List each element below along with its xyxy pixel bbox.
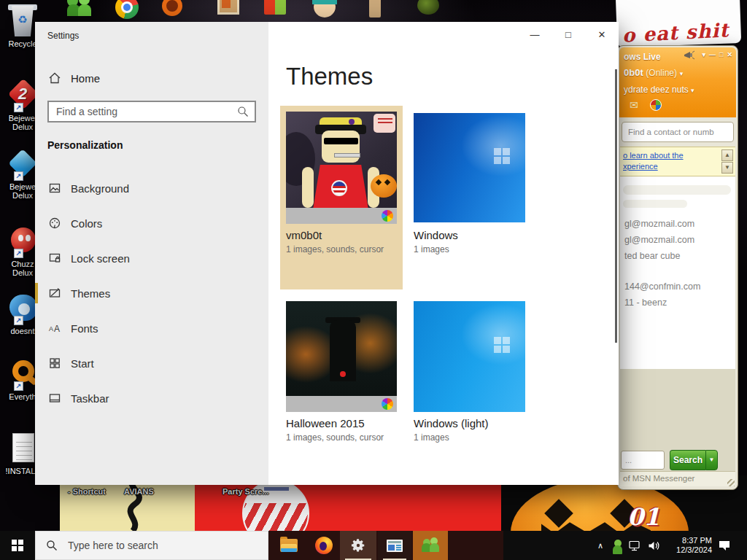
presence-dropdown-icon[interactable]: ▾ xyxy=(680,70,684,77)
taskbar-messenger[interactable] xyxy=(413,531,448,560)
buddies-icon[interactable] xyxy=(67,0,95,20)
contact-item[interactable]: gl@mozmail.com xyxy=(624,235,694,245)
banner-scroll-up-icon[interactable]: ▲ xyxy=(721,149,733,161)
search-button[interactable]: Search xyxy=(670,450,705,470)
taskbar-firefox[interactable] xyxy=(308,531,340,560)
messenger-status-row[interactable]: ydrate deez nuts ▾ xyxy=(624,85,694,95)
windows-logo-icon xyxy=(494,337,510,353)
sidebar-item-taskbar[interactable]: Taskbar xyxy=(35,381,268,416)
theme-thumbnail xyxy=(286,301,397,412)
banner-link-line2[interactable]: xperience xyxy=(623,162,658,171)
tray-chevron-icon[interactable]: ∧ xyxy=(592,531,608,560)
window-title: Settings xyxy=(47,31,79,41)
settings-search-box[interactable] xyxy=(47,101,256,122)
figure-shape-icon xyxy=(369,0,381,18)
messenger-contact-search[interactable] xyxy=(622,122,734,142)
web-search-input[interactable] xyxy=(621,451,665,470)
sidebar-item-colors[interactable]: Colors xyxy=(35,206,268,241)
tray-network-icon[interactable] xyxy=(626,531,643,560)
theme-card-halloween[interactable]: Halloween 2015 1 images, sounds, cursor xyxy=(280,295,403,463)
diamond-icon: ↗ xyxy=(7,147,39,181)
magnifier-ring-icon: ↗ xyxy=(7,357,39,391)
flag-app-icon[interactable] xyxy=(264,0,292,20)
sidebar-item-fonts[interactable]: A A Fonts xyxy=(35,311,268,346)
figure-icon[interactable] xyxy=(369,0,397,20)
taskbar-app-window[interactable] xyxy=(378,531,411,560)
status-dropdown-icon[interactable]: ▾ xyxy=(691,87,694,94)
resize-grip[interactable] xyxy=(727,479,735,486)
theme-card-windows-light[interactable]: Windows (light) 1 images xyxy=(408,295,530,463)
maximize-button[interactable]: □ xyxy=(551,22,585,47)
banner-scroll-down-icon[interactable]: ▼ xyxy=(721,162,733,174)
contact-list-placeholder xyxy=(623,185,731,195)
sidebar-item-start[interactable]: Start xyxy=(35,346,268,381)
messenger-menu-button[interactable]: ▾ xyxy=(702,51,705,58)
contact-search-input[interactable] xyxy=(627,127,729,137)
theme-name: Windows xyxy=(414,229,458,241)
theme-thumbnail xyxy=(286,112,397,224)
contact-item[interactable]: 11 - beenz xyxy=(624,298,667,308)
desktop-icon-shortcut-label[interactable]: - Shortcut xyxy=(68,487,106,496)
green-thing-icon[interactable] xyxy=(417,0,445,20)
desktop-icon-party-label[interactable]: Party Scre... xyxy=(222,487,269,496)
tray-clock[interactable]: 8:37 PM 12/3/2024 xyxy=(661,531,712,560)
document-icon xyxy=(7,432,39,465)
sidebar-item-label: Taskbar xyxy=(71,392,109,405)
gear-icon xyxy=(350,537,366,553)
background-icon xyxy=(48,182,61,195)
taskbar-search-input[interactable] xyxy=(66,539,237,552)
settings-search-input[interactable] xyxy=(55,105,237,118)
sidebar-item-label: Fonts xyxy=(71,322,98,335)
sidebar-item-background[interactable]: Background xyxy=(35,171,268,206)
shortcut-arrow-icon: ↗ xyxy=(14,249,23,258)
tray-volume-icon[interactable] xyxy=(645,531,662,560)
sidebar-item-themes[interactable]: Themes xyxy=(35,276,268,311)
messenger-username: 0b0t xyxy=(624,67,643,78)
scrollbar[interactable] xyxy=(615,69,617,343)
messenger-close-button[interactable]: ✕ xyxy=(727,51,732,58)
theme-card-windows[interactable]: Windows 1 images xyxy=(408,106,530,289)
messenger-maximize-button[interactable]: □ xyxy=(719,51,723,58)
theme-meta: 1 images xyxy=(414,432,449,443)
green-blob-icon xyxy=(417,0,439,15)
contact-item[interactable]: 144@confmin.com xyxy=(624,281,700,292)
theme-card-vm0b0t[interactable]: vm0b0t 1 images, sounds, cursor xyxy=(280,106,403,289)
sidebar-item-label: Home xyxy=(71,72,100,85)
email-icon[interactable]: ✉ xyxy=(630,99,638,111)
recycle-symbol-icon: ♻ xyxy=(7,13,39,26)
settings-nav: Background Colors xyxy=(35,171,268,416)
taskbar-search[interactable] xyxy=(35,531,268,560)
bird-belly-icon xyxy=(18,303,30,315)
recycle-bin-icon: ♻ xyxy=(7,4,39,38)
close-button[interactable]: ✕ xyxy=(585,22,619,47)
sidebar-item-home[interactable]: Home xyxy=(48,67,100,89)
messenger-minimize-button[interactable]: — xyxy=(709,51,716,58)
buddy-icon xyxy=(612,539,624,552)
action-center-icon[interactable] xyxy=(715,531,734,560)
desktop-icon-avians-label[interactable]: AVIANS xyxy=(124,487,154,496)
anime-avatar-icon[interactable] xyxy=(314,0,341,20)
contact-item[interactable]: ted bear cube xyxy=(624,251,680,261)
fonts-icon: A A xyxy=(48,322,61,335)
chuzzle-icon: ↗ xyxy=(7,225,39,258)
browser-swirl-icon[interactable] xyxy=(162,0,190,20)
search-icon xyxy=(237,106,249,117)
msn-service-icon[interactable] xyxy=(650,99,662,111)
screen: o eat shit 01 xyxy=(0,0,747,560)
bejeweled2-icon: 2 ↗ xyxy=(7,79,39,112)
tray-messenger-icon[interactable] xyxy=(610,531,626,560)
contact-item[interactable]: gl@mozmail.com xyxy=(624,219,694,229)
banner-link-line1[interactable]: o learn about the xyxy=(623,151,684,160)
search-dropdown-button[interactable]: ▼ xyxy=(705,450,718,470)
taskbar-settings[interactable] xyxy=(340,531,376,560)
sidebar-item-lock-screen[interactable]: Lock screen xyxy=(35,241,268,276)
taskbar-file-explorer[interactable] xyxy=(273,531,305,560)
palette-icon xyxy=(48,217,61,230)
painting-icon[interactable] xyxy=(217,0,245,20)
start-button[interactable] xyxy=(0,531,35,560)
messenger-presence: (Online) xyxy=(646,68,677,78)
minimize-button[interactable]: — xyxy=(518,22,551,47)
messenger-status-message: ydrate deez nuts xyxy=(624,85,689,95)
messenger-user-row[interactable]: 0b0t (Online) ▾ xyxy=(624,67,683,78)
chrome-icon[interactable] xyxy=(115,0,143,20)
